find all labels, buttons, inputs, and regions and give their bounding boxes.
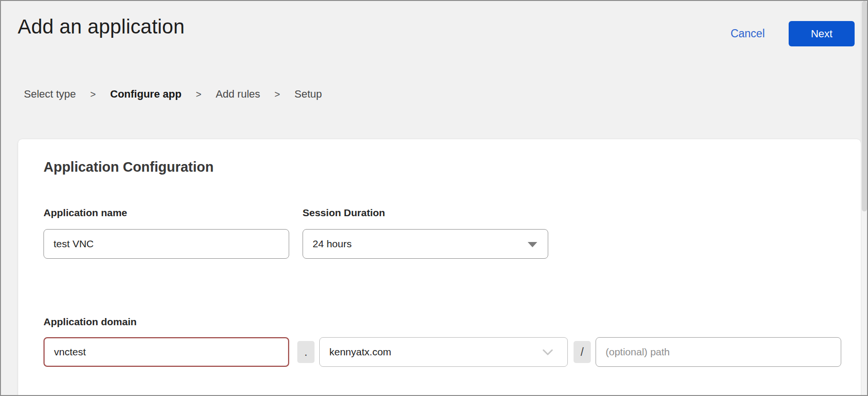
application-name-input[interactable]: [43, 229, 289, 259]
section-title: Application Configuration: [43, 159, 214, 175]
session-duration-label: Session Duration: [303, 207, 385, 219]
application-configuration-card: Application Configuration Application na…: [18, 139, 861, 396]
path-input[interactable]: [596, 337, 841, 367]
application-domain-row: . kennyatx.com /: [43, 337, 841, 367]
next-button[interactable]: Next: [789, 21, 855, 46]
header-actions: Cancel Next: [730, 21, 855, 46]
domain-slash-separator: /: [574, 341, 591, 363]
application-name-label: Application name: [43, 207, 127, 219]
session-duration-value: 24 hours: [313, 238, 352, 250]
breadcrumb-separator: >: [90, 89, 96, 100]
domain-select-value: kennyatx.com: [329, 346, 391, 358]
breadcrumb-separator: >: [274, 89, 280, 100]
scrollbar-thumb[interactable]: [862, 1, 867, 211]
add-application-page: Add an application Cancel Next Select ty…: [0, 0, 868, 396]
breadcrumb-step-add-rules[interactable]: Add rules: [216, 88, 260, 100]
domain-dot-separator: .: [297, 341, 315, 363]
dropdown-caret-icon: [528, 242, 537, 247]
application-domain-label: Application domain: [43, 316, 137, 328]
application-subdomain-input[interactable]: [43, 337, 289, 367]
session-duration-select[interactable]: 24 hours: [303, 229, 548, 259]
scrollbar[interactable]: [861, 1, 867, 395]
page-title: Add an application: [18, 15, 184, 38]
breadcrumb-step-select-type[interactable]: Select type: [24, 88, 76, 100]
breadcrumb-step-configure-app[interactable]: Configure app: [110, 88, 182, 100]
chevron-down-icon: [542, 349, 553, 356]
breadcrumb-separator: >: [196, 89, 202, 100]
cancel-button[interactable]: Cancel: [730, 27, 765, 40]
domain-select[interactable]: kennyatx.com: [319, 337, 568, 367]
breadcrumb-step-setup[interactable]: Setup: [294, 88, 322, 100]
breadcrumb: Select type > Configure app > Add rules …: [24, 88, 322, 100]
